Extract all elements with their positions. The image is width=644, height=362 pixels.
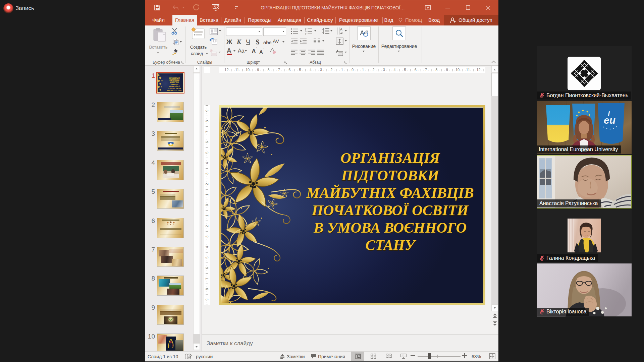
svg-text:10: 10 bbox=[246, 68, 250, 72]
svg-text:1: 1 bbox=[205, 215, 209, 217]
svg-text:1: 1 bbox=[362, 68, 364, 72]
svg-text:1: 1 bbox=[305, 28, 306, 30]
svg-text:9: 9 bbox=[205, 110, 209, 112]
svg-text:9: 9 bbox=[446, 68, 448, 72]
svg-text:0: 0 bbox=[352, 68, 354, 72]
svg-text:3: 3 bbox=[320, 68, 322, 72]
svg-text:8: 8 bbox=[205, 120, 209, 122]
svg-text:2: 2 bbox=[373, 68, 375, 72]
svg-text:8: 8 bbox=[435, 68, 437, 72]
svg-text:2: 2 bbox=[205, 225, 209, 227]
svg-text:6: 6 bbox=[415, 68, 417, 72]
svg-text:9: 9 bbox=[205, 299, 209, 301]
svg-text:1: 1 bbox=[341, 68, 343, 72]
svg-text:8: 8 bbox=[268, 68, 270, 72]
svg-text:5: 5 bbox=[404, 68, 406, 72]
svg-text:3: 3 bbox=[205, 173, 209, 175]
svg-text:6: 6 bbox=[205, 267, 209, 269]
svg-text:9: 9 bbox=[257, 68, 259, 72]
svg-text:12: 12 bbox=[476, 68, 480, 72]
svg-text:2: 2 bbox=[330, 68, 332, 72]
svg-text:10: 10 bbox=[455, 68, 460, 72]
svg-text:4: 4 bbox=[205, 162, 209, 164]
svg-text:12: 12 bbox=[224, 68, 228, 72]
svg-text:3: 3 bbox=[383, 68, 385, 72]
svg-text:4: 4 bbox=[310, 68, 312, 72]
svg-text:3: 3 bbox=[205, 236, 209, 238]
svg-text:5: 5 bbox=[299, 68, 301, 72]
svg-text:7: 7 bbox=[205, 278, 209, 280]
svg-text:7: 7 bbox=[425, 68, 427, 72]
svg-text:7: 7 bbox=[205, 131, 209, 133]
svg-text:6: 6 bbox=[288, 68, 290, 72]
svg-text:11: 11 bbox=[235, 68, 239, 72]
svg-text:5: 5 bbox=[205, 152, 209, 154]
svg-text:2: 2 bbox=[305, 30, 306, 33]
svg-text:4: 4 bbox=[393, 68, 395, 72]
svg-text:7: 7 bbox=[278, 68, 280, 72]
svg-text:11: 11 bbox=[466, 68, 470, 72]
svg-text:5: 5 bbox=[205, 256, 209, 258]
svg-text:A: A bbox=[340, 27, 342, 31]
svg-text:8: 8 bbox=[205, 288, 209, 290]
svg-text:0: 0 bbox=[205, 204, 209, 206]
svg-text:1: 1 bbox=[205, 194, 209, 196]
svg-text:2: 2 bbox=[205, 183, 209, 185]
svg-text:6: 6 bbox=[205, 141, 209, 143]
svg-text:4: 4 bbox=[205, 246, 209, 248]
svg-text:3: 3 bbox=[305, 33, 306, 35]
svg-text:i: i bbox=[608, 110, 610, 118]
